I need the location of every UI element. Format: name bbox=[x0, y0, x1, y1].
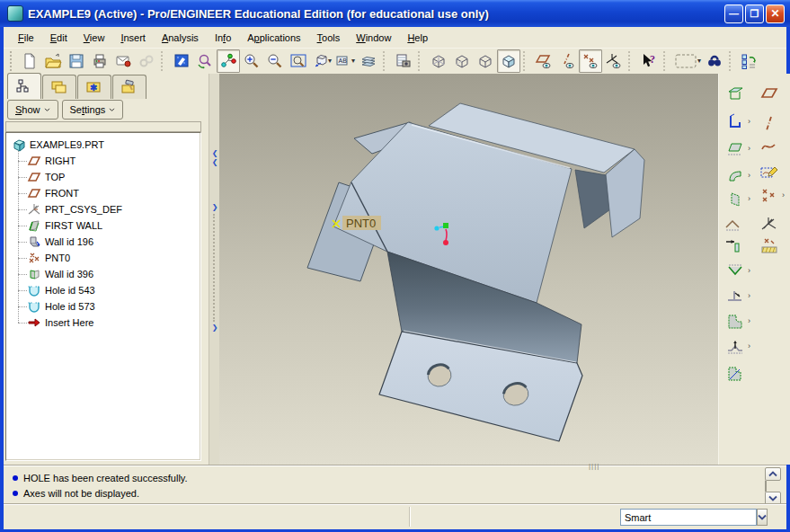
unattached-wall-icon bbox=[725, 190, 745, 209]
zoom-in-button[interactable] bbox=[240, 49, 263, 73]
selection-filter-input[interactable] bbox=[620, 509, 757, 526]
menu-applications[interactable]: Applications bbox=[240, 31, 307, 45]
expand-chevron[interactable]: ❯ bbox=[212, 203, 218, 212]
saved-views-button[interactable]: ▾ bbox=[310, 49, 333, 73]
partial-wall-button[interactable] bbox=[724, 165, 746, 187]
rip-button[interactable] bbox=[723, 214, 744, 235]
tree-item-wall-196[interactable]: Wall id 196 bbox=[18, 234, 200, 250]
send-email-button[interactable] bbox=[111, 49, 135, 73]
flyout-arrow[interactable]: › bbox=[748, 144, 750, 153]
model-tree-toggle-button[interactable] bbox=[738, 49, 761, 73]
selection-filter-dropdown-button[interactable] bbox=[757, 509, 768, 526]
menu-view[interactable]: View bbox=[76, 31, 112, 45]
menu-insert[interactable]: Insert bbox=[113, 31, 153, 45]
tab-model-tree[interactable] bbox=[7, 73, 41, 99]
datum-point-button[interactable] bbox=[759, 185, 780, 207]
flyout-arrow[interactable]: › bbox=[782, 191, 785, 200]
menu-info[interactable]: Info bbox=[208, 31, 238, 45]
view-manager-button[interactable] bbox=[392, 49, 415, 73]
named-items-button[interactable]: AB▾ bbox=[333, 49, 357, 73]
flyout-arrow[interactable]: › bbox=[748, 316, 750, 325]
flange-wall-button[interactable] bbox=[724, 111, 746, 133]
3d-viewport[interactable]: PNT0 bbox=[219, 74, 718, 465]
show-button[interactable]: Show bbox=[7, 100, 58, 120]
wireframe-button[interactable] bbox=[427, 49, 450, 73]
maximize-button[interactable]: ❐ bbox=[745, 4, 764, 23]
tree-item-front[interactable]: FRONT bbox=[18, 185, 200, 201]
new-file-button[interactable] bbox=[18, 49, 41, 73]
context-help-button[interactable]: ? bbox=[637, 49, 661, 73]
scroll-thumb[interactable] bbox=[765, 480, 767, 492]
menu-analysis[interactable]: Analysis bbox=[155, 31, 206, 45]
extend-wall-button[interactable] bbox=[723, 235, 744, 257]
flyout-arrow[interactable]: › bbox=[748, 291, 750, 300]
menu-file[interactable]: File bbox=[11, 31, 41, 45]
unattached-wall-button[interactable] bbox=[724, 189, 746, 210]
datum-plane-display-button[interactable] bbox=[532, 49, 555, 73]
toolbar-grip[interactable] bbox=[10, 51, 15, 71]
splitter-grip[interactable]: |||| bbox=[589, 462, 599, 470]
close-button[interactable]: ✕ bbox=[766, 4, 785, 23]
find-button[interactable] bbox=[703, 49, 726, 73]
csys-tool-button[interactable] bbox=[759, 214, 780, 235]
hidden-line-button[interactable] bbox=[450, 49, 474, 73]
menu-tools[interactable]: Tools bbox=[310, 31, 348, 45]
bend-button[interactable] bbox=[724, 261, 746, 282]
flat-pattern-button[interactable] bbox=[724, 363, 746, 385]
tab-connections[interactable] bbox=[112, 75, 146, 99]
tree-item-first-wall[interactable]: FIRST WALL bbox=[18, 217, 200, 234]
spin-center-button[interactable] bbox=[193, 49, 217, 73]
selection-filter-button[interactable]: ▾ bbox=[672, 49, 703, 73]
sketch-button[interactable] bbox=[759, 162, 780, 183]
zoom-out-button[interactable] bbox=[263, 49, 287, 73]
flyout-arrow[interactable]: › bbox=[748, 341, 750, 350]
tree-root[interactable]: EXAMPLE9.PRT bbox=[6, 137, 200, 153]
tree-item-wall-396[interactable]: Wall id 396 bbox=[18, 266, 200, 282]
datum-plane-tool-button[interactable] bbox=[759, 83, 780, 104]
corner-relief-button[interactable] bbox=[724, 311, 746, 332]
collapse-chevron[interactable]: ❮ bbox=[212, 149, 218, 158]
tree-item-right[interactable]: RIGHT bbox=[18, 153, 200, 169]
tree-item-csys[interactable]: PRT_CSYS_DEF bbox=[18, 201, 200, 217]
no-hidden-button[interactable] bbox=[474, 49, 497, 73]
tree-item-top[interactable]: TOP bbox=[18, 169, 200, 185]
collapse-chevron[interactable]: ❮ bbox=[212, 158, 218, 167]
menu-help[interactable]: Help bbox=[400, 31, 435, 45]
open-file-button[interactable] bbox=[41, 49, 65, 73]
orient-mode-button[interactable] bbox=[217, 49, 240, 73]
expand-chevron[interactable]: ❯ bbox=[212, 324, 218, 332]
tab-folder-browser[interactable] bbox=[42, 75, 76, 99]
tree-item-pnt0[interactable]: PNT0 bbox=[18, 250, 200, 266]
datum-axis-button[interactable] bbox=[759, 113, 780, 135]
print-button[interactable] bbox=[88, 49, 111, 73]
flyout-arrow[interactable]: › bbox=[748, 117, 750, 126]
graphics-area[interactable]: PNT0 bbox=[219, 74, 718, 465]
repaint-button[interactable] bbox=[170, 49, 193, 73]
splitter-handle[interactable] bbox=[213, 214, 217, 322]
minimize-button[interactable]: — bbox=[724, 4, 743, 23]
settings-button[interactable]: Settings bbox=[62, 100, 124, 120]
form-button[interactable] bbox=[724, 336, 746, 358]
drawn-wall-button[interactable] bbox=[724, 83, 746, 104]
flyout-arrow[interactable]: › bbox=[748, 266, 750, 275]
layers-button[interactable] bbox=[357, 49, 380, 73]
datum-point-display-button[interactable] bbox=[579, 49, 602, 73]
shaded-button[interactable] bbox=[497, 49, 520, 73]
offset-point-button[interactable] bbox=[759, 235, 780, 257]
flat-wall-button[interactable] bbox=[724, 138, 746, 160]
tree-item-insert-here[interactable]: Insert Here bbox=[18, 315, 200, 331]
flyout-arrow[interactable]: › bbox=[748, 171, 750, 180]
datum-curve-button[interactable] bbox=[759, 135, 780, 156]
tab-favorites[interactable]: ✱ bbox=[77, 75, 111, 99]
menu-edit[interactable]: Edit bbox=[43, 31, 75, 45]
datum-axis-display-button[interactable] bbox=[555, 49, 579, 73]
save-button[interactable] bbox=[65, 49, 88, 73]
csys-display-button[interactable] bbox=[602, 49, 626, 73]
refit-button[interactable] bbox=[287, 49, 310, 73]
tree-item-hole-543[interactable]: Hole id 543 bbox=[18, 282, 200, 298]
flyout-arrow[interactable]: › bbox=[748, 194, 750, 203]
tree-item-hole-573[interactable]: Hole id 573 bbox=[18, 298, 200, 315]
scroll-up-button[interactable] bbox=[765, 467, 781, 481]
menu-window[interactable]: Window bbox=[349, 31, 398, 45]
unbend-button[interactable] bbox=[724, 286, 746, 307]
